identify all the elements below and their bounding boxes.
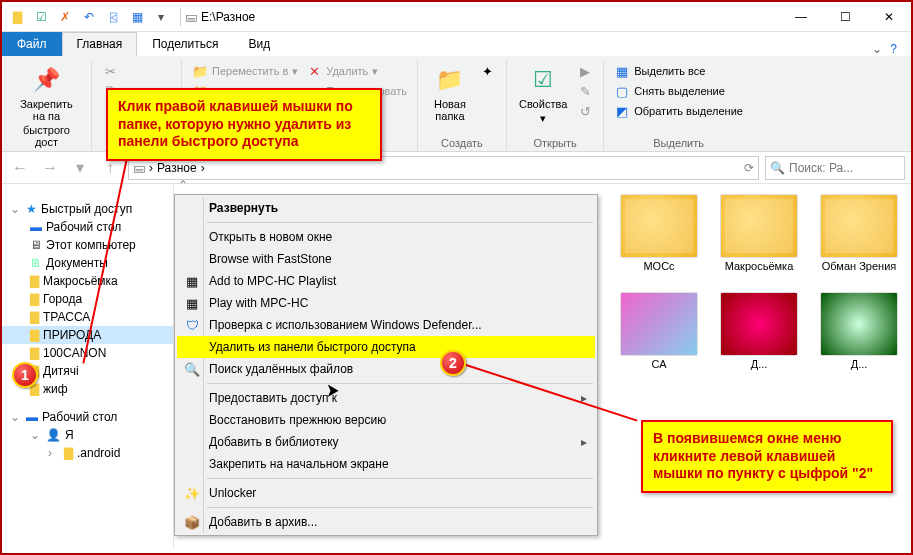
folder-thumb[interactable]: Макросьёмка xyxy=(716,194,802,272)
nav-forward-button[interactable]: → xyxy=(38,156,62,180)
shield-icon: 🛡 xyxy=(183,316,201,334)
group-label: Создать xyxy=(426,135,498,149)
folder-thumb[interactable]: МОСс xyxy=(616,194,702,272)
ctx-faststone[interactable]: Browse with FastStone xyxy=(177,248,595,270)
select-all-button[interactable]: ▦Выделить все xyxy=(612,62,745,80)
ctx-unpin-quick-access[interactable]: Удалить из панели быстрого доступа xyxy=(177,336,595,358)
ribbon-group-pin: 📌 Закрепить на па быстрого дост xyxy=(2,60,92,151)
refresh-icon[interactable]: ⟳ xyxy=(744,161,754,175)
tab-home[interactable]: Главная xyxy=(62,32,138,56)
search-icon: 🔍 xyxy=(183,360,201,378)
folder-icon: ▇ xyxy=(30,274,39,288)
folder-icon: ▇ xyxy=(30,346,39,360)
ribbon-group-select: ▦Выделить все ▢Снять выделение ◩Обратить… xyxy=(604,60,753,151)
new-item-icon: ✦ xyxy=(480,63,496,79)
scroll-up-icon[interactable]: ⌃ xyxy=(178,178,188,192)
new-item-button[interactable]: ✦ xyxy=(478,62,498,80)
chevron-down-icon[interactable]: ⌄ xyxy=(10,202,22,216)
breadcrumb-segment[interactable]: Разное xyxy=(157,161,197,175)
select-none-button[interactable]: ▢Снять выделение xyxy=(612,82,745,100)
ribbon-group-open: ☑ Свойства▾ ▶ ✎ ↺ Открыть xyxy=(507,60,604,151)
dropdown-icon[interactable]: ⍃ xyxy=(104,8,122,26)
ctx-unlocker[interactable]: ✨Unlocker xyxy=(177,482,595,504)
image-thumb[interactable]: СА xyxy=(616,292,702,370)
user-icon: 👤 xyxy=(46,428,61,442)
moveto-icon: 📁 xyxy=(192,63,208,79)
folder-icon xyxy=(820,194,898,258)
view-icon[interactable]: ▦ xyxy=(128,8,146,26)
edit-icon: ✎ xyxy=(577,83,593,99)
search-icon: 🔍 xyxy=(770,161,785,175)
properties-button[interactable]: ☑ Свойства▾ xyxy=(515,62,571,126)
new-folder-button[interactable]: 📁 Новая папка xyxy=(426,62,474,124)
cut-button[interactable]: ✂ xyxy=(100,62,120,80)
image-thumb[interactable]: Д... xyxy=(816,292,902,370)
ctx-library[interactable]: Добавить в библиотеку▸ xyxy=(177,431,595,453)
history-button[interactable]: ↺ xyxy=(575,102,595,120)
mpc-icon: ▦ xyxy=(183,272,201,290)
search-input[interactable]: 🔍 Поиск: Ра... xyxy=(765,156,905,180)
ctx-recover[interactable]: 🔍Поиск удалённых файлов xyxy=(177,358,595,380)
ctx-defender[interactable]: 🛡Проверка с использованием Windows Defen… xyxy=(177,314,595,336)
qat-more-icon[interactable]: ▾ xyxy=(152,8,170,26)
close-button[interactable]: ✕ xyxy=(867,2,911,32)
tab-share[interactable]: Поделиться xyxy=(137,32,233,56)
undo-icon[interactable]: ✗ xyxy=(56,8,74,26)
ctx-expand[interactable]: Развернуть xyxy=(177,197,595,219)
divider xyxy=(180,8,181,26)
minimize-button[interactable]: — xyxy=(779,2,823,32)
edit-button[interactable]: ✎ xyxy=(575,82,595,100)
star-icon: ★ xyxy=(26,202,37,216)
chevron-down-icon[interactable]: ⌄ xyxy=(10,410,22,424)
nav-back-button[interactable]: ← xyxy=(8,156,32,180)
folder-icon: ▇ xyxy=(64,446,73,460)
ctx-pin-start[interactable]: Закрепить на начальном экране xyxy=(177,453,595,475)
nav-quick-access[interactable]: ⌄ ★ Быстрый доступ xyxy=(2,200,173,218)
ctx-share[interactable]: Предоставить доступ к▸ xyxy=(177,387,595,409)
nav-item-folder[interactable]: ▇ТРАССА xyxy=(2,308,173,326)
delete-button[interactable]: ✕Удалить ▾ xyxy=(304,62,409,80)
tab-view[interactable]: Вид xyxy=(233,32,285,56)
ctx-restore[interactable]: Восстановить прежнюю версию xyxy=(177,409,595,431)
image-icon xyxy=(620,292,698,356)
nav-item-android[interactable]: ›▇.android xyxy=(2,444,173,462)
history-icon: ↺ xyxy=(577,103,593,119)
folder-thumb[interactable]: Обман Зрения xyxy=(816,194,902,272)
pin-to-quick-access-button[interactable]: 📌 Закрепить на па быстрого дост xyxy=(10,62,83,150)
properties-icon[interactable]: ☑ xyxy=(32,8,50,26)
open-icon: ▶ xyxy=(577,63,593,79)
invert-selection-button[interactable]: ◩Обратить выделение xyxy=(612,102,745,120)
collapse-ribbon-icon[interactable]: ⌄ xyxy=(872,42,882,56)
window-title-text: E:\Разное xyxy=(201,10,255,24)
nav-item-desktop[interactable]: ▬Рабочий стол xyxy=(2,218,173,236)
image-thumb[interactable]: Д... xyxy=(716,292,802,370)
select-all-icon: ▦ xyxy=(614,63,630,79)
nav-item-thispc[interactable]: 🖥Этот компьютер xyxy=(2,236,173,254)
chevron-down-icon[interactable]: ⌄ xyxy=(30,428,42,442)
documents-icon: 🗎 xyxy=(30,256,42,270)
ctx-mpc-add[interactable]: ▦Add to MPC-HC Playlist xyxy=(177,270,595,292)
folder-icon: ▇ xyxy=(30,292,39,306)
chevron-right-icon[interactable]: › xyxy=(48,446,60,460)
annotation-callout-2: В появившемся окне меню кликните левой к… xyxy=(641,420,893,493)
nav-desktop-root[interactable]: ⌄▬Рабочий стол xyxy=(2,408,173,426)
tab-file[interactable]: Файл xyxy=(2,32,62,56)
open-button[interactable]: ▶ xyxy=(575,62,595,80)
delete-icon: ✕ xyxy=(306,63,322,79)
nav-item-me[interactable]: ⌄👤Я xyxy=(2,426,173,444)
nav-item-folder[interactable]: ▇Макросьёмка xyxy=(2,272,173,290)
moveto-button[interactable]: 📁Переместить в ▾ xyxy=(190,62,300,80)
ctx-mpc-play[interactable]: ▦Play with MPC-HC xyxy=(177,292,595,314)
drive-icon: 🖴 xyxy=(133,161,145,175)
image-icon xyxy=(820,292,898,356)
select-none-icon: ▢ xyxy=(614,83,630,99)
annotation-callout-1: Клик правой клавишей мышки по папке, кот… xyxy=(106,88,382,161)
help-icon[interactable]: ? xyxy=(890,42,897,56)
nav-item-folder[interactable]: ▇Города xyxy=(2,290,173,308)
nav-item-documents[interactable]: 🗎Документы xyxy=(2,254,173,272)
nav-recent-button[interactable]: ▾ xyxy=(68,156,92,180)
maximize-button[interactable]: ☐ xyxy=(823,2,867,32)
redo-icon[interactable]: ↶ xyxy=(80,8,98,26)
ctx-archive[interactable]: 📦Добавить в архив... xyxy=(177,511,595,533)
ctx-open-new-window[interactable]: Открыть в новом окне xyxy=(177,226,595,248)
